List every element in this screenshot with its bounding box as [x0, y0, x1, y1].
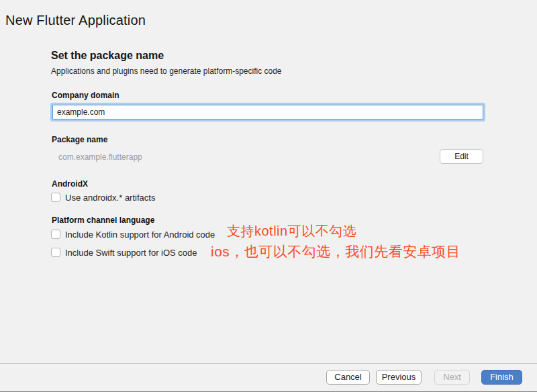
checkbox-unchecked-icon[interactable]: [51, 230, 60, 239]
step-heading: Set the package name: [51, 50, 164, 62]
new-flutter-application-dialog: New Flutter Application Set the package …: [0, 0, 537, 392]
finish-button[interactable]: Finish: [481, 370, 522, 385]
androidx-artifacts-checkbox-row[interactable]: Use androidx.* artifacts: [51, 192, 155, 203]
edit-button[interactable]: Edit: [440, 149, 483, 164]
next-button: Next: [434, 370, 470, 385]
checkbox-label: Use androidx.* artifacts: [65, 193, 155, 203]
package-name-value: com.example.flutterapp: [58, 152, 142, 162]
checkbox-label: Include Swift support for iOS code: [65, 248, 197, 258]
checkbox-label: Include Kotlin support for Android code: [65, 230, 215, 240]
checkbox-unchecked-icon[interactable]: [51, 248, 60, 257]
window-title: New Flutter Application: [5, 13, 146, 28]
androidx-label: AndroidX: [52, 179, 88, 189]
checkbox-unchecked-icon[interactable]: [51, 193, 60, 202]
cancel-button[interactable]: Cancel: [326, 370, 370, 385]
company-domain-input[interactable]: [52, 105, 483, 119]
platform-channel-language-label: Platform channel language: [52, 215, 154, 225]
kotlin-support-checkbox-row[interactable]: Include Kotlin support for Android code: [51, 229, 215, 240]
previous-button[interactable]: Previous: [376, 370, 422, 385]
step-subheading: Applications and plugins need to generat…: [51, 66, 282, 76]
package-name-label: Package name: [52, 135, 107, 144]
company-domain-label: Company domain: [52, 91, 119, 100]
swift-support-checkbox-row[interactable]: Include Swift support for iOS code: [51, 247, 197, 258]
footer-divider: [0, 363, 537, 364]
annotation-kotlin-note: 支持kotlin可以不勾选: [227, 222, 356, 240]
annotation-ios-note: ios，也可以不勾选，我们先看安卓项目: [211, 242, 460, 261]
